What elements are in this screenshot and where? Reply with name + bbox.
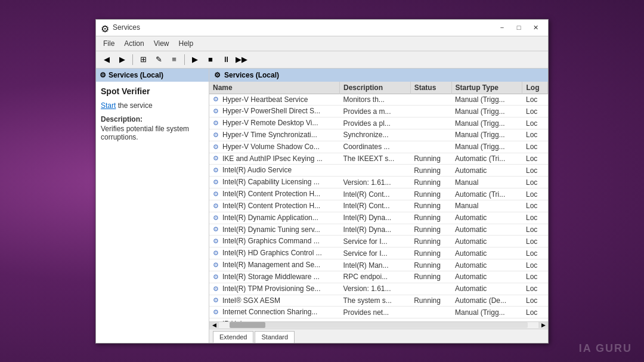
table-row[interactable]: ⚙Intel® SGX AESMThe system s...RunningAu…: [209, 295, 548, 307]
cell-desc: Synchronize...: [339, 129, 410, 141]
description-label: Description:: [101, 115, 204, 123]
left-panel-icon: ⚙: [100, 71, 106, 79]
service-icon: ⚙: [213, 214, 221, 222]
col-status[interactable]: Status: [410, 82, 451, 94]
toolbar-stop-button[interactable]: ■: [203, 53, 218, 66]
tab-extended[interactable]: Extended: [213, 331, 253, 343]
toolbar-pause-button[interactable]: ⏸: [219, 53, 233, 66]
cell-desc: Monitors th...: [339, 94, 410, 106]
cell-status: [410, 117, 451, 129]
service-icon: ⚙: [213, 95, 221, 104]
toolbar-play-button[interactable]: ▶: [188, 53, 202, 66]
cell-startup: Automatic (Tri...: [451, 188, 522, 200]
tab-standard[interactable]: Standard: [255, 331, 295, 343]
window-title: Services: [113, 23, 140, 32]
col-desc[interactable]: Description: [339, 82, 410, 94]
cell-startup: Automatic: [451, 259, 522, 271]
menu-help[interactable]: Help: [174, 38, 199, 49]
cell-status: Running: [410, 259, 451, 271]
service-icon: ⚙: [213, 237, 221, 246]
cell-name: ⚙Intel(R) Management and Se...: [209, 259, 339, 271]
left-panel-header: ⚙ Services (Local): [96, 69, 209, 82]
cell-status: [410, 141, 451, 153]
title-bar-controls: − □ ✕: [494, 22, 543, 33]
cell-startup: Automatic: [451, 224, 522, 236]
service-icon: ⚙: [213, 249, 221, 258]
cell-startup: Automatic: [451, 165, 522, 177]
table-row[interactable]: ⚙IKE and AuthIP IPsec Keying ...The IKEE…: [209, 153, 548, 165]
forward-button[interactable]: ▶: [115, 53, 129, 66]
cell-log: Loc: [522, 129, 548, 141]
table-row[interactable]: ⚙Intel(R) Storage Middleware ...RPC endp…: [209, 271, 548, 283]
cell-status: Running: [410, 212, 451, 224]
table-row[interactable]: ⚙Intel(R) TPM Provisioning Se...Version:…: [209, 283, 548, 295]
table-row[interactable]: ⚙Intel(R) HD Graphics Control ...Service…: [209, 247, 548, 259]
col-startup[interactable]: Startup Type: [451, 82, 522, 94]
table-row[interactable]: ⚙Hyper-V Volume Shadow Co...Coordinates …: [209, 141, 548, 153]
table-row[interactable]: ⚙Intel(R) Content Protection H...Intel(R…: [209, 200, 548, 212]
back-button[interactable]: ◀: [100, 53, 114, 66]
table-row[interactable]: ⚙Hyper-V PowerShell Direct S...Provides …: [209, 106, 548, 117]
service-icon: ⚙: [213, 308, 221, 317]
tab-bar: Extended Standard: [209, 329, 548, 343]
left-panel: ⚙ Services (Local) Spot Verifier Start t…: [96, 69, 209, 343]
cell-log: Loc: [522, 236, 548, 247]
cell-desc: Provides a pl...: [339, 117, 410, 129]
scroll-right-button[interactable]: ▶: [538, 322, 548, 328]
cell-status: [410, 129, 451, 141]
cell-desc: The IKEEXT s...: [339, 153, 410, 165]
table-row[interactable]: ⚙Intel(R) Content Protection H...Intel(R…: [209, 188, 548, 200]
cell-status: [410, 106, 451, 117]
close-button[interactable]: ✕: [528, 22, 543, 33]
services-table-wrapper[interactable]: Name Description Status Startup Type Log…: [209, 82, 548, 321]
cell-status: [410, 307, 451, 318]
service-icon: ⚙: [213, 178, 221, 187]
toolbar-list-button[interactable]: ≡: [167, 53, 181, 66]
app-icon: ⚙: [101, 23, 109, 32]
service-name: Spot Verifier: [101, 86, 204, 96]
cell-name: ⚙Hyper-V PowerShell Direct S...: [209, 106, 339, 117]
scroll-left-button[interactable]: ◀: [209, 322, 219, 328]
right-panel: ⚙ Services (Local) Name Description Stat…: [209, 69, 548, 343]
cell-startup: Manual (Trigg...: [451, 94, 522, 106]
cell-log: Loc: [522, 200, 548, 212]
table-row[interactable]: ⚙Intel(R) Audio ServiceRunningAutomaticL…: [209, 165, 548, 177]
maximize-button[interactable]: □: [511, 22, 527, 33]
table-row[interactable]: ⚙Intel(R) Dynamic Application...Intel(R)…: [209, 212, 548, 224]
table-row[interactable]: ⚙Intel(R) Capability Licensing ...Versio…: [209, 177, 548, 188]
start-link[interactable]: Start: [101, 101, 116, 110]
cell-startup: Manual: [451, 200, 522, 212]
cell-desc: Service for I...: [339, 247, 410, 259]
cell-desc: Version: 1.61...: [339, 177, 410, 188]
col-name[interactable]: Name: [209, 82, 339, 94]
toolbar-sep-1: [132, 54, 133, 65]
horizontal-scrollbar[interactable]: [230, 322, 528, 328]
table-row[interactable]: ⚙Intel(R) Graphics Command ...Service fo…: [209, 236, 548, 247]
table-row[interactable]: ⚙Intel(R) Management and Se...Intel(R) M…: [209, 259, 548, 271]
service-icon: ⚙: [213, 261, 221, 270]
menu-action[interactable]: Action: [119, 38, 148, 49]
table-row[interactable]: ⚙Hyper-V Remote Desktop Vi...Provides a …: [209, 117, 548, 129]
toolbar-restart-button[interactable]: ▶▶: [234, 53, 249, 66]
table-row[interactable]: ⚙Hyper-V Heartbeat ServiceMonitors th...…: [209, 94, 548, 106]
cell-desc: Intel(R) Cont...: [339, 188, 410, 200]
minimize-button[interactable]: −: [494, 22, 510, 33]
scrollbar-thumb[interactable]: [230, 322, 265, 328]
toolbar-browse-button[interactable]: ⊞: [136, 53, 150, 66]
title-bar: ⚙ Services − □ ✕: [96, 20, 548, 36]
table-row[interactable]: ⚙Intel(R) Dynamic Tuning serv...Intel(R)…: [209, 224, 548, 236]
cell-name: ⚙Hyper-V Volume Shadow Co...: [209, 141, 339, 153]
cell-status: Running: [410, 247, 451, 259]
col-log[interactable]: Log: [522, 82, 548, 94]
cell-name: ⚙Intel(R) Audio Service: [209, 165, 339, 177]
cell-name: ⚙Intel(R) Content Protection H...: [209, 188, 339, 200]
menu-file[interactable]: File: [98, 38, 119, 49]
table-row[interactable]: ⚙Internet Connection Sharing...Provides …: [209, 307, 548, 318]
cell-name: ⚙Intel(R) HD Graphics Control ...: [209, 247, 339, 259]
cell-startup: Automatic: [451, 212, 522, 224]
menu-view[interactable]: View: [149, 38, 174, 49]
table-row[interactable]: ⚙Hyper-V Time Synchronizati...Synchroniz…: [209, 129, 548, 141]
toolbar-edit-button[interactable]: ✎: [151, 53, 166, 66]
cell-desc: Coordinates ...: [339, 141, 410, 153]
cell-startup: Automatic (Tri...: [451, 153, 522, 165]
